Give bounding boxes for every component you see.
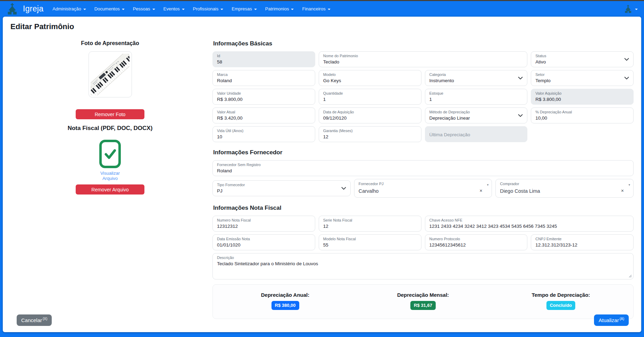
nav-menu-documentos[interactable]: Documentos	[94, 6, 125, 11]
field-label: Valor Atual	[217, 110, 311, 114]
summary-label: Depreciação Mensal:	[354, 292, 492, 298]
modelo-input[interactable]	[323, 78, 412, 83]
status-select[interactable]: Status Ativo	[531, 51, 634, 67]
field-perc-depreciacao: % Depreciação Anual	[531, 107, 634, 123]
categoria-select[interactable]: Categoria Instrumento	[425, 70, 528, 86]
page-title: Editar Patrimônio	[10, 22, 637, 31]
field-label: CNPJ Emitente	[535, 237, 629, 241]
field-valor-unidade: Valor Unidade	[212, 89, 315, 105]
nav-menu-label: Eventos	[164, 6, 180, 11]
asset-photo[interactable]	[89, 51, 132, 97]
chevron-down-icon[interactable]: ▾	[628, 183, 630, 187]
navbar: Igreja Administração Documentos Pessoas …	[0, 1, 644, 17]
field-data-emissao: Data Emissão Nota	[212, 234, 315, 250]
nav-menu-eventos[interactable]: Eventos	[164, 6, 185, 11]
summary-label: Depreciação Anual:	[216, 292, 354, 298]
numero-nota-input[interactable]	[217, 224, 306, 229]
chevron-down-icon	[328, 9, 331, 10]
field-numero-protocolo: Numero Protocolo	[425, 234, 528, 250]
remove-file-button[interactable]: Remover Arquivo	[76, 184, 144, 195]
fornecedor-sem-registro-input[interactable]	[217, 168, 624, 173]
nav-menu-financeiros[interactable]: Financeiros	[302, 6, 330, 11]
field-label: Fornecedor PJ	[359, 182, 488, 186]
cancel-shortcut: (X)	[43, 317, 47, 321]
depreciation-time-badge: Concluído	[546, 301, 576, 310]
monthly-depreciation-badge: R$ 31,67	[410, 301, 436, 310]
serie-nota-input[interactable]	[323, 224, 412, 229]
chevron-down-icon	[182, 9, 185, 10]
setor-select[interactable]: Setor Templo	[531, 70, 634, 86]
field-fornecedor-sem-registro: Fornecedor Sem Registro	[212, 160, 634, 176]
nav-menu-empresas[interactable]: Empresas	[232, 6, 257, 11]
valor-atual-input[interactable]	[217, 115, 306, 121]
field-label: Comprador	[500, 182, 629, 186]
nav-menu-label: Financeiros	[302, 6, 325, 11]
summary-annual: Depreciação Anual: R$ 380,00	[216, 292, 354, 310]
brand-home-link[interactable]: Igreja	[6, 3, 43, 15]
chevron-down-icon	[152, 9, 155, 10]
nav-menu-label: Patrimonios	[265, 6, 289, 11]
nav-menu-administracao[interactable]: Administração	[52, 6, 86, 11]
chevron-down-icon	[291, 9, 294, 10]
nav-menu-patrimonios[interactable]: Patrimonios	[265, 6, 294, 11]
field-garantia: Garantia (Meses)	[319, 126, 421, 142]
descricao-textarea[interactable]: Teclado Sintetizador para o Ministério d…	[217, 261, 624, 277]
marca-input[interactable]	[217, 78, 306, 83]
data-aquisicao-input[interactable]	[323, 115, 412, 121]
cancel-button[interactable]: Cancelar(X)	[17, 314, 52, 326]
field-label: Serie Nota Fiscal	[323, 218, 417, 223]
vida-util-input[interactable]	[217, 134, 306, 139]
view-file-link[interactable]: Visualizar Arquivo	[98, 171, 123, 181]
annual-depreciation-badge: R$ 380,00	[271, 301, 299, 310]
clear-icon[interactable]: ×	[479, 188, 482, 193]
supplier-grid-bottom: Tipo Fornecedor PJ Fornecedor PJ Carvalh…	[212, 179, 634, 198]
estoque-input[interactable]	[429, 97, 518, 102]
resize-handle[interactable]	[629, 275, 632, 278]
field-serie-nota: Serie Nota Fiscal	[319, 216, 421, 232]
nav-menu-pessoas[interactable]: Pessoas	[133, 6, 155, 11]
photo-section-title: Foto de Apresentação	[81, 40, 139, 46]
chevron-down-icon	[220, 9, 223, 10]
nome-patrimonio-input[interactable]	[323, 59, 518, 64]
cnpj-emitente-input[interactable]	[535, 242, 624, 248]
field-label: Categoria	[429, 72, 523, 77]
field-label: Método de Depreciação	[429, 110, 523, 114]
data-emissao-input[interactable]	[217, 242, 306, 248]
valor-unidade-input[interactable]	[217, 97, 306, 102]
fornecedor-pj-select[interactable]: Fornecedor PJ Carvalho × ▾	[354, 179, 492, 198]
tipo-fornecedor-select[interactable]: Tipo Fornecedor PJ	[212, 180, 351, 196]
field-label: Garantia (Meses)	[323, 129, 417, 133]
nav-menu-label: Administração	[52, 6, 81, 11]
update-button[interactable]: Atualizar(A)	[594, 314, 629, 326]
comprador-select[interactable]: Comprador Diego Costa Lima × ▾	[495, 179, 634, 198]
chevron-down-icon[interactable]: ▾	[487, 183, 489, 187]
numero-protocolo-input[interactable]	[429, 242, 518, 248]
comprador-value: Diego Costa Lima	[500, 188, 624, 194]
document-check-icon	[99, 139, 121, 168]
field-modelo-nota: Modelo Nota Fiscal	[319, 234, 421, 250]
nav-menu-profissionais[interactable]: Profissionais	[193, 6, 224, 11]
nav-menu-label: Profissionais	[193, 6, 219, 11]
user-menu[interactable]	[624, 5, 638, 13]
edit-asset-card: Editar Patrimônio Foto de Apresentação	[3, 17, 641, 332]
chevron-down-icon	[518, 77, 523, 79]
garantia-input[interactable]	[323, 134, 412, 139]
form-actions: Cancelar(X) Atualizar(A)	[17, 314, 629, 326]
perc-depreciacao-input[interactable]	[535, 115, 624, 121]
field-marca: Marca	[212, 70, 315, 86]
field-label: Numero Protocolo	[429, 237, 523, 241]
chave-nfe-input[interactable]	[429, 224, 625, 229]
field-label: Última Depreciação	[429, 132, 470, 137]
metodo-depreciacao-select[interactable]: Método de Depreciação Depreciação Linear	[425, 107, 528, 123]
cancel-label: Cancelar	[21, 317, 42, 323]
chevron-down-icon	[122, 9, 125, 10]
modelo-nota-input[interactable]	[323, 242, 412, 248]
supplier-grid-top: Fornecedor Sem Registro	[212, 160, 634, 176]
quantidade-input[interactable]	[323, 97, 412, 102]
chevron-down-icon	[624, 77, 629, 79]
invoice-grid: Numero Nota Fiscal Serie Nota Fiscal Cha…	[212, 216, 634, 279]
valor-aquisicao-input	[535, 97, 624, 102]
clear-icon[interactable]: ×	[621, 188, 624, 193]
field-valor-atual: Valor Atual	[212, 107, 315, 123]
remove-photo-button[interactable]: Remover Foto	[76, 109, 144, 119]
